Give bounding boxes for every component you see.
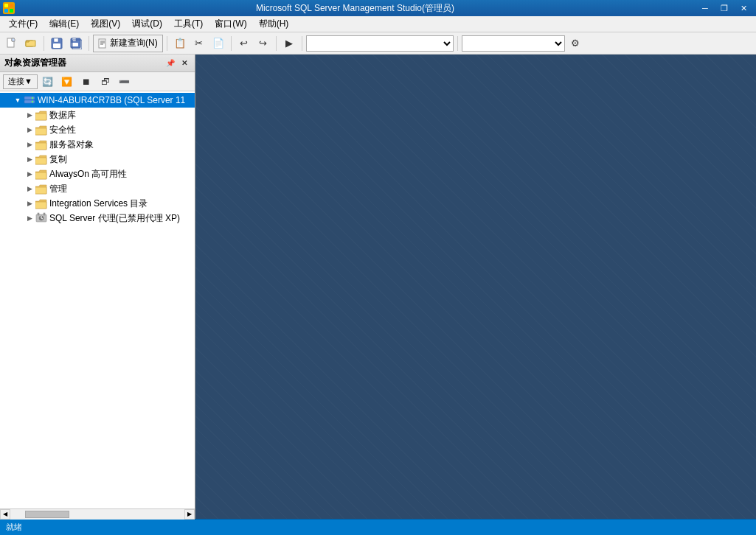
close-button[interactable]: ✕ bbox=[734, 1, 753, 15]
replication-folder-icon bbox=[35, 153, 47, 165]
svg-rect-2 bbox=[4, 9, 8, 13]
title-bar: Microsoft SQL Server Management Studio(管… bbox=[0, 0, 756, 16]
management-label: 管理 bbox=[49, 183, 67, 195]
separator-6 bbox=[302, 36, 302, 51]
menu-view[interactable]: 视图(V) bbox=[85, 16, 126, 32]
tree-server-node[interactable]: ▼ WIN-4ABUR4CR7BB (SQL Server 11 bbox=[0, 93, 195, 108]
svg-rect-40 bbox=[44, 213, 45, 215]
copy-button[interactable]: 📋 bbox=[171, 35, 189, 52]
oe-pin-button[interactable]: 📌 bbox=[164, 57, 176, 69]
tree-integration[interactable]: ▶ Integration Services 目录 bbox=[0, 196, 195, 211]
svg-rect-3 bbox=[10, 9, 13, 13]
main-content-area bbox=[195, 55, 756, 519]
svg-marker-5 bbox=[12, 38, 15, 41]
management-toggle[interactable]: ▶ bbox=[24, 181, 35, 196]
oe-filter-button[interactable]: 🔽 bbox=[58, 73, 76, 91]
separator-3 bbox=[167, 36, 167, 51]
new-query-button[interactable]: 新建查询(N) bbox=[93, 35, 163, 52]
save-button[interactable] bbox=[48, 35, 66, 52]
new-file-button[interactable] bbox=[3, 35, 21, 52]
scroll-right-arrow[interactable]: ▶ bbox=[184, 509, 195, 520]
agent-toggle[interactable]: ▶ bbox=[24, 211, 35, 225]
tree-agent[interactable]: ▶ SQL Server 代理(已禁用代理 XP) bbox=[0, 211, 195, 225]
open-file-button[interactable] bbox=[22, 35, 40, 52]
svg-marker-26 bbox=[35, 128, 46, 135]
save-all-button[interactable] bbox=[67, 35, 85, 52]
security-label: 安全性 bbox=[49, 124, 76, 136]
server-objects-label: 服务器对象 bbox=[49, 139, 94, 151]
oe-close-button[interactable]: ✕ bbox=[178, 57, 190, 69]
menu-debug[interactable]: 调试(D) bbox=[126, 16, 168, 32]
menu-tools[interactable]: 工具(T) bbox=[168, 16, 209, 32]
security-toggle[interactable]: ▶ bbox=[24, 122, 35, 137]
minimize-button[interactable]: ─ bbox=[696, 1, 715, 15]
svg-marker-32 bbox=[35, 172, 46, 179]
tree-databases[interactable]: ▶ 数据库 bbox=[0, 108, 195, 122]
menu-window[interactable]: 窗口(W) bbox=[209, 16, 252, 32]
oe-header-controls: 📌 ✕ bbox=[164, 57, 190, 69]
oe-refresh-button[interactable]: 🔄 bbox=[39, 73, 57, 91]
paste-button[interactable]: 📄 bbox=[209, 35, 227, 52]
svg-point-22 bbox=[32, 100, 33, 102]
main-toolbar: 新建查询(N) 📋 ✂ 📄 ↩ ↪ ▶ ⚙ bbox=[0, 32, 756, 55]
separator-2 bbox=[89, 36, 89, 51]
object-explorer-title: 对象资源管理器 bbox=[4, 57, 66, 69]
status-bar: 就绪 bbox=[0, 519, 756, 535]
tree-alwayson[interactable]: ▶ AlwaysOn 高可用性 bbox=[0, 167, 195, 181]
svg-rect-0 bbox=[4, 4, 8, 7]
databases-label: 数据库 bbox=[49, 109, 76, 122]
scroll-left-arrow[interactable]: ◀ bbox=[0, 509, 10, 520]
menu-help[interactable]: 帮助(H) bbox=[253, 16, 295, 32]
alwayson-toggle[interactable]: ▶ bbox=[24, 167, 35, 181]
oe-connect-button[interactable]: 连接▼ bbox=[3, 74, 38, 89]
oe-collapse-button[interactable]: ➖ bbox=[116, 73, 133, 91]
security-folder-icon bbox=[35, 124, 47, 136]
scroll-thumb[interactable] bbox=[25, 511, 69, 518]
svg-marker-36 bbox=[35, 202, 46, 209]
scroll-track[interactable] bbox=[10, 509, 184, 520]
restore-button[interactable]: ❐ bbox=[715, 1, 734, 15]
databases-folder-icon bbox=[35, 109, 47, 121]
databases-toggle[interactable]: ▶ bbox=[24, 108, 35, 122]
run-button[interactable]: ▶ bbox=[280, 35, 298, 52]
cut-button[interactable]: ✂ bbox=[190, 35, 208, 52]
alwayson-label: AlwaysOn 高可用性 bbox=[49, 168, 127, 181]
redo-button[interactable]: ↪ bbox=[254, 35, 272, 52]
svg-marker-28 bbox=[35, 143, 46, 150]
tree-management[interactable]: ▶ 管理 bbox=[0, 181, 195, 196]
separator-7 bbox=[457, 36, 458, 51]
menu-edit[interactable]: 编辑(E) bbox=[44, 16, 85, 32]
title-bar-left bbox=[3, 2, 15, 14]
replication-toggle[interactable]: ▶ bbox=[24, 152, 35, 167]
undo-button[interactable]: ↩ bbox=[235, 35, 253, 52]
tree-replication[interactable]: ▶ 复制 bbox=[0, 152, 195, 167]
oe-toolbar: 连接▼ 🔄 🔽 ⏹ 🗗 ➖ bbox=[0, 72, 195, 91]
settings-button[interactable]: ⚙ bbox=[566, 35, 584, 52]
database-selector[interactable] bbox=[306, 35, 454, 52]
server-toggle[interactable]: ▼ bbox=[12, 93, 24, 108]
replication-label: 复制 bbox=[49, 153, 67, 166]
separator-5 bbox=[276, 36, 277, 51]
management-folder-icon bbox=[35, 183, 47, 195]
menu-file[interactable]: 文件(F) bbox=[3, 16, 44, 32]
tree-security[interactable]: ▶ 安全性 bbox=[0, 122, 195, 137]
oe-tree: ▼ WIN-4ABUR4CR7BB (SQL Server 11 ▶ bbox=[0, 91, 195, 508]
svg-rect-10 bbox=[53, 43, 60, 48]
svg-marker-30 bbox=[35, 158, 46, 164]
separator-4 bbox=[231, 36, 232, 51]
svg-rect-15 bbox=[99, 39, 105, 48]
window-title: Microsoft SQL Server Management Studio(管… bbox=[15, 2, 696, 15]
svg-marker-34 bbox=[35, 187, 46, 194]
svg-rect-1 bbox=[10, 4, 13, 7]
server-objects-toggle[interactable]: ▶ bbox=[24, 137, 35, 152]
oe-new-window-button[interactable]: 🗗 bbox=[97, 73, 114, 91]
server-selector[interactable] bbox=[462, 35, 565, 52]
tree-server-objects[interactable]: ▶ 服务器对象 bbox=[0, 137, 195, 152]
app-icon bbox=[3, 2, 15, 14]
svg-marker-24 bbox=[35, 113, 46, 120]
integration-toggle[interactable]: ▶ bbox=[24, 196, 35, 211]
server-objects-folder-icon bbox=[35, 139, 47, 150]
oe-horizontal-scrollbar[interactable]: ◀ ▶ bbox=[0, 508, 195, 519]
oe-stop-button[interactable]: ⏹ bbox=[77, 73, 95, 91]
separator-1 bbox=[44, 36, 44, 51]
